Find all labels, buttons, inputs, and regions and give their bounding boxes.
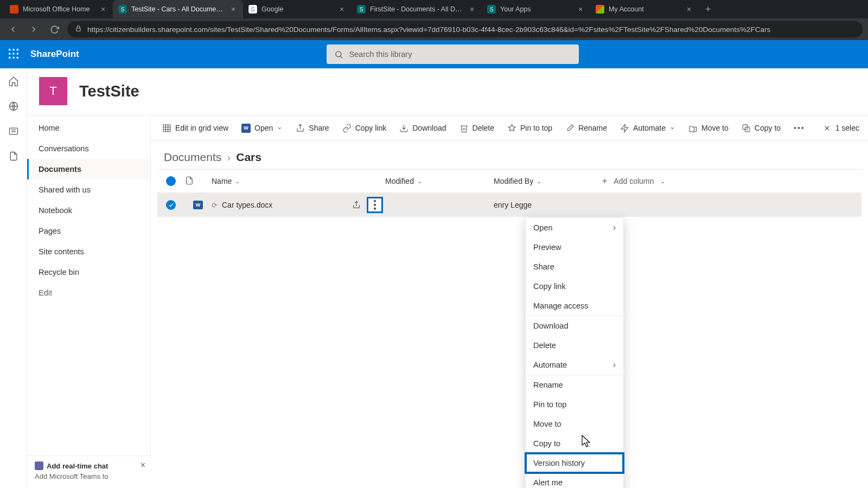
breadcrumb-current: Cars bbox=[236, 151, 261, 164]
nav-notebook[interactable]: Notebook bbox=[27, 200, 150, 221]
svg-point-5 bbox=[12, 53, 15, 55]
rail-files-icon[interactable] bbox=[8, 151, 19, 162]
cmd-automate[interactable]: Automate bbox=[615, 119, 680, 137]
svg-rect-16 bbox=[163, 125, 170, 132]
browser-tab[interactable]: S TestSite - Cars - All Documents × bbox=[113, 0, 243, 18]
cmd-label: Copy link bbox=[355, 124, 387, 132]
column-name[interactable]: Name⌄ bbox=[212, 177, 385, 185]
svg-point-9 bbox=[17, 57, 19, 59]
cm-alert-me[interactable]: Alert me bbox=[526, 473, 623, 488]
favicon-sharepoint-icon: S bbox=[118, 5, 127, 14]
nav-shared-with-us[interactable]: Shared with us bbox=[27, 179, 150, 200]
selection-info[interactable]: 1 selec bbox=[823, 124, 861, 132]
back-button[interactable] bbox=[5, 22, 21, 37]
row-share-icon[interactable] bbox=[348, 197, 365, 213]
nav-pages[interactable]: Pages bbox=[27, 221, 150, 241]
browser-tab[interactable]: My Account × bbox=[590, 0, 699, 18]
nav-recycle-bin[interactable]: Recycle bin bbox=[27, 262, 150, 282]
cmd-label: Delete bbox=[473, 124, 494, 132]
cmd-pin[interactable]: Pin to top bbox=[502, 119, 557, 137]
cmd-label: Download bbox=[412, 124, 446, 132]
search-input[interactable]: Search this library bbox=[327, 44, 579, 64]
column-modified[interactable]: Modified⌄ bbox=[385, 177, 494, 185]
cmd-share[interactable]: Share bbox=[291, 119, 334, 137]
cm-pin-to-top[interactable]: Pin to top bbox=[526, 395, 623, 414]
cm-copy-link[interactable]: Copy link bbox=[526, 277, 623, 296]
tab-close-icon[interactable]: × bbox=[685, 5, 693, 14]
site-title[interactable]: TestSite bbox=[79, 82, 139, 100]
context-menu: Open Preview Share Copy link Manage acce… bbox=[525, 217, 624, 488]
app-rail bbox=[0, 68, 27, 488]
nav-edit-link[interactable]: Edit bbox=[27, 282, 150, 303]
select-all-checkbox[interactable] bbox=[166, 176, 176, 186]
cmd-label: Move to bbox=[701, 124, 729, 132]
row-checkbox[interactable] bbox=[166, 200, 176, 210]
list-row[interactable]: W ⟳ Car types.docx ••• enry Legge bbox=[157, 193, 861, 217]
cmd-copy-link[interactable]: Copy link bbox=[337, 119, 392, 137]
chevron-right-icon: › bbox=[227, 151, 231, 164]
cmd-edit-grid[interactable]: Edit in grid view bbox=[157, 119, 233, 137]
nav-documents[interactable]: Documents bbox=[27, 159, 150, 179]
browser-tab[interactable]: S Your Apps × bbox=[482, 0, 590, 18]
favicon-microsoft-icon bbox=[596, 5, 604, 14]
column-add[interactable]: +Add column⌄ bbox=[602, 176, 700, 186]
cm-delete[interactable]: Delete bbox=[526, 336, 623, 355]
reload-button[interactable] bbox=[47, 22, 62, 37]
teams-icon bbox=[35, 461, 43, 470]
rail-news-icon[interactable] bbox=[8, 126, 19, 137]
url-bar[interactable]: https://citizenbuilders.sharepoint.com/s… bbox=[67, 21, 863, 37]
brand-label[interactable]: SharePoint bbox=[30, 49, 79, 60]
browser-tab[interactable]: Microsoft Office Home × bbox=[4, 0, 113, 18]
nav-conversations[interactable]: Conversations bbox=[27, 138, 150, 159]
tab-close-icon[interactable]: × bbox=[468, 5, 476, 14]
cmd-rename[interactable]: Rename bbox=[560, 119, 612, 137]
tab-close-icon[interactable]: × bbox=[337, 5, 346, 14]
tab-close-icon[interactable]: × bbox=[576, 5, 585, 14]
rail-globe-icon[interactable] bbox=[8, 101, 19, 112]
cm-open[interactable]: Open bbox=[526, 218, 623, 237]
nav-site-contents[interactable]: Site contents bbox=[27, 241, 150, 262]
cmd-download[interactable]: Download bbox=[394, 119, 451, 137]
app-launcher-icon[interactable] bbox=[8, 48, 21, 61]
cm-rename[interactable]: Rename bbox=[526, 375, 623, 395]
nav-home[interactable]: Home bbox=[27, 118, 150, 138]
rail-home-icon[interactable] bbox=[8, 76, 19, 87]
forward-button[interactable] bbox=[26, 22, 41, 37]
tab-close-icon[interactable]: × bbox=[99, 5, 107, 14]
favicon-sharepoint-icon: S bbox=[487, 5, 496, 14]
suite-header: SharePoint Search this library bbox=[0, 40, 868, 68]
cmd-open[interactable]: W Open bbox=[237, 119, 288, 137]
svg-point-1 bbox=[9, 49, 11, 51]
cmd-overflow[interactable]: ••• bbox=[789, 119, 810, 137]
tab-title: TestSite - Cars - All Documents bbox=[131, 5, 225, 13]
favicon-sharepoint-icon: S bbox=[357, 5, 366, 14]
cm-automate[interactable]: Automate bbox=[526, 355, 623, 375]
cmd-move-to[interactable]: Move to bbox=[684, 119, 733, 137]
column-modified-by[interactable]: Modified By⌄ bbox=[494, 177, 602, 185]
tab-title: Google bbox=[261, 5, 333, 13]
new-tab-button[interactable]: + bbox=[699, 4, 718, 15]
cm-copy-to[interactable]: Copy to bbox=[526, 434, 623, 453]
cm-version-history[interactable]: Version history bbox=[526, 453, 623, 473]
cm-share[interactable]: Share bbox=[526, 257, 623, 277]
svg-point-4 bbox=[9, 53, 11, 55]
cmd-label: Edit in grid view bbox=[175, 124, 228, 132]
lock-icon bbox=[75, 25, 82, 34]
cm-download[interactable]: Download bbox=[526, 316, 623, 336]
row-more-actions-button[interactable]: ••• bbox=[367, 197, 383, 213]
cmd-delete[interactable]: Delete bbox=[455, 119, 499, 137]
site-logo[interactable]: T bbox=[39, 77, 67, 105]
cm-manage-access[interactable]: Manage access bbox=[526, 296, 623, 316]
cm-move-to[interactable]: Move to bbox=[526, 414, 623, 434]
browser-tab[interactable]: S FirstSite - Documents - All Docum × bbox=[352, 0, 482, 18]
browser-tab[interactable]: G Google × bbox=[243, 0, 352, 18]
tab-close-icon[interactable]: × bbox=[229, 5, 238, 14]
search-placeholder: Search this library bbox=[349, 50, 412, 59]
breadcrumb-root[interactable]: Documents bbox=[164, 151, 221, 164]
cmd-label: Share bbox=[309, 124, 329, 132]
promo-close-icon[interactable]: × bbox=[141, 460, 145, 470]
cm-preview[interactable]: Preview bbox=[526, 237, 623, 257]
cmd-copy-to[interactable]: Copy to bbox=[737, 119, 786, 137]
file-name[interactable]: Car types.docx bbox=[222, 201, 272, 209]
sync-icon: ⟳ bbox=[212, 201, 218, 209]
